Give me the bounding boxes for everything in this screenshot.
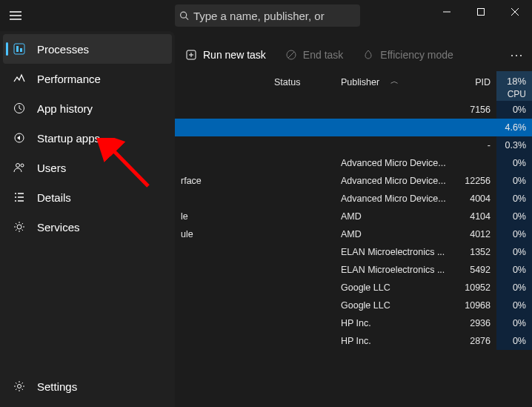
maximize-button[interactable] — [464, 0, 498, 24]
nav-label: Details — [37, 191, 71, 204]
window-controls — [430, 0, 532, 24]
cell-status — [268, 101, 335, 119]
end-task-button[interactable]: End task — [282, 46, 346, 64]
svg-point-7 — [16, 164, 20, 168]
close-button[interactable] — [498, 0, 532, 24]
cell-name: ule — [175, 225, 268, 243]
cell-publisher — [335, 119, 453, 136]
history-icon — [12, 101, 27, 116]
cell-cpu: 0% — [496, 314, 532, 332]
more-button[interactable]: ⋯ — [510, 47, 525, 63]
cell-pid: 5492 — [453, 261, 496, 279]
nav-label: Services — [37, 221, 80, 234]
tool-label: Run new task — [203, 49, 266, 61]
cell-status — [268, 190, 335, 208]
maximize-icon — [477, 8, 485, 16]
cell-pid: 10968 — [453, 297, 496, 314]
cell-cpu: 0% — [496, 101, 532, 119]
cell-status — [268, 136, 335, 154]
cell-status — [268, 172, 335, 190]
startup-icon — [12, 130, 27, 145]
services-icon — [12, 219, 27, 234]
cell-pid: 1352 — [453, 243, 496, 261]
efficiency-mode-button[interactable]: Efficiency mode — [359, 46, 456, 64]
cell-status — [268, 225, 335, 243]
col-name[interactable] — [175, 71, 268, 101]
titlebar — [0, 0, 532, 31]
nav-label: Performance — [37, 73, 101, 85]
cell-publisher — [335, 101, 453, 119]
svg-point-8 — [21, 164, 24, 167]
cell-name — [175, 136, 268, 154]
cell-cpu: 0% — [496, 172, 532, 190]
sort-indicator: ︿ — [390, 76, 399, 87]
nav-details[interactable]: Details — [3, 182, 172, 212]
cell-name — [175, 243, 268, 261]
cell-status — [268, 279, 335, 297]
svg-rect-1 — [478, 9, 485, 16]
cell-name — [175, 314, 268, 332]
cell-status — [268, 332, 335, 350]
cell-publisher: AMD — [335, 208, 453, 225]
cell-pid: 10952 — [453, 279, 496, 297]
cell-publisher: ELAN Microelectronics ... — [335, 261, 453, 279]
cell-status — [268, 314, 335, 332]
users-icon — [12, 160, 27, 175]
search-icon — [179, 10, 189, 21]
cell-cpu: 0.3% — [496, 136, 532, 154]
cell-pid: 12256 — [453, 172, 496, 190]
cell-pid: 4104 — [453, 208, 496, 225]
col-status[interactable]: Status — [268, 71, 335, 101]
col-publisher[interactable]: ︿Publisher — [335, 71, 453, 101]
nav-performance[interactable]: Performance — [3, 64, 172, 93]
svg-rect-3 — [16, 46, 19, 52]
nav-label: App history — [37, 102, 93, 115]
cell-name: le — [175, 208, 268, 225]
cell-cpu: 0% — [496, 261, 532, 279]
settings-icon — [12, 379, 27, 394]
svg-point-10 — [18, 385, 21, 388]
minimize-button[interactable] — [430, 0, 464, 24]
run-new-task-button[interactable]: Run new task — [182, 46, 269, 64]
cell-cpu: 0% — [496, 225, 532, 243]
cell-status — [268, 297, 335, 314]
col-pid[interactable]: PID — [453, 71, 496, 101]
efficiency-icon — [362, 49, 374, 61]
cell-publisher: ELAN Microelectronics ... — [335, 243, 453, 261]
search-box[interactable] — [175, 4, 360, 27]
details-icon — [12, 190, 27, 205]
nav-settings[interactable]: Settings — [3, 371, 172, 401]
hamburger-menu[interactable] — [0, 0, 31, 31]
nav-users[interactable]: Users — [3, 153, 172, 182]
cell-pid: - — [453, 136, 496, 154]
hamburger-icon — [10, 11, 21, 20]
cell-pid: 7156 — [453, 101, 496, 119]
close-icon — [511, 8, 519, 16]
col-cpu[interactable]: 18%CPU — [496, 71, 532, 101]
svg-point-9 — [17, 225, 21, 229]
cell-pid: 2876 — [453, 332, 496, 350]
cell-name — [175, 279, 268, 297]
cell-publisher: Advanced Micro Device... — [335, 154, 453, 172]
sidebar: Processes Performance App history Startu… — [0, 31, 175, 407]
processes-icon — [12, 42, 27, 56]
cell-name — [175, 261, 268, 279]
search-input[interactable] — [193, 10, 356, 22]
nav-app-history[interactable]: App history — [3, 93, 172, 123]
cell-status — [268, 119, 335, 136]
cell-name — [175, 297, 268, 314]
nav-label: Settings — [37, 380, 77, 393]
cell-cpu: 4.6% — [496, 119, 532, 136]
nav-startup-apps[interactable]: Startup apps — [3, 123, 172, 153]
cell-publisher: Advanced Micro Device... — [335, 190, 453, 208]
toolbar: Run new task End task Efficiency mode ⋯ — [175, 39, 532, 71]
cell-status — [268, 243, 335, 261]
cell-cpu: 0% — [496, 297, 532, 314]
cell-cpu: 0% — [496, 208, 532, 225]
cell-publisher — [335, 136, 453, 154]
nav-services[interactable]: Services — [3, 212, 172, 242]
tool-label: Efficiency mode — [380, 49, 453, 61]
process-table: Status ︿Publisher PID 18%CPU 71560%4.6%-… — [175, 71, 532, 407]
nav-processes[interactable]: Processes — [3, 34, 172, 64]
nav-label: Users — [37, 162, 66, 174]
